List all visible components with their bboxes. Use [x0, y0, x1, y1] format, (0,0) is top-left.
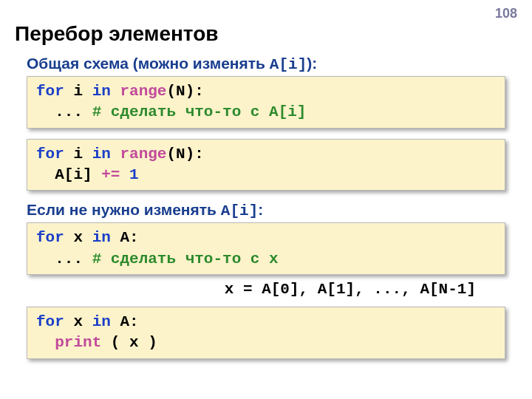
- kw-for: for: [36, 313, 64, 330]
- code-text: ( x ): [101, 334, 157, 351]
- code-text: x: [64, 229, 92, 246]
- kw-for: for: [36, 83, 64, 100]
- kw-in: in: [92, 83, 111, 100]
- code-text: (N):: [166, 146, 203, 163]
- code-text: x: [64, 313, 92, 330]
- code-text: i: [64, 83, 92, 100]
- code-text: (N):: [166, 83, 203, 100]
- code-text: ...: [36, 250, 92, 267]
- subhead2-code: A[i]: [221, 202, 258, 219]
- code-text: ...: [36, 103, 92, 120]
- kw-in: in: [92, 146, 111, 163]
- kw-in: in: [92, 313, 111, 330]
- op-plus-eq: +=: [92, 166, 129, 183]
- code-block-3: for x in A: ... # сделать что-то с x: [27, 222, 505, 275]
- kw-in: in: [92, 229, 111, 246]
- code-comment: # сделать что-то с x: [92, 250, 279, 267]
- code-text: i: [64, 146, 92, 163]
- subhead2-suffix: :: [258, 201, 263, 218]
- code-text: A:: [111, 229, 139, 246]
- code-text: [111, 146, 120, 163]
- fn-range: range: [120, 146, 166, 163]
- subhead-mutable: Общая схема (можно изменять A[i]):: [27, 55, 532, 73]
- subhead1-code: A[i]: [270, 56, 307, 73]
- code-text: [111, 83, 120, 100]
- code-text: A[i]: [36, 166, 92, 183]
- fn-print: print: [55, 334, 101, 351]
- code-text: [36, 334, 55, 351]
- code-number: 1: [129, 166, 139, 183]
- code-block-2: for i in range(N): A[i] += 1: [27, 139, 505, 191]
- code-text: A:: [111, 313, 139, 330]
- code-comment: # сделать что-то с A[i]: [92, 103, 307, 120]
- subhead1-suffix: ):: [307, 55, 317, 72]
- annotation: x = A[0], A[1], ..., A[N-1]: [27, 281, 505, 298]
- subhead1-prefix: Общая схема (можно изменять: [27, 55, 270, 72]
- subhead2-prefix: Если не нужно изменять: [27, 201, 221, 218]
- slide-title: Перебор элементов: [0, 0, 532, 50]
- fn-range: range: [120, 83, 166, 100]
- code-block-1: for i in range(N): ... # сделать что-то …: [27, 76, 505, 129]
- kw-for: for: [36, 229, 64, 246]
- subhead-immutable: Если не нужно изменять A[i]:: [27, 201, 532, 219]
- page-number: 108: [495, 6, 517, 21]
- kw-for: for: [36, 146, 64, 163]
- code-block-4: for x in A: print ( x ): [27, 307, 505, 359]
